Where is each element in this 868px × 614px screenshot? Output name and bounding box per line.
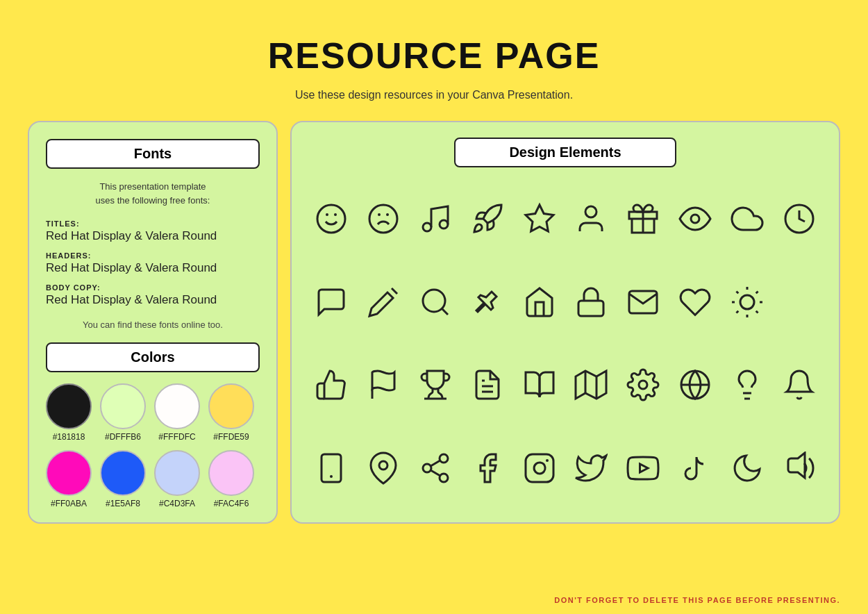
mail-icon (619, 278, 667, 326)
svg-point-40 (379, 461, 387, 470)
svg-point-42 (423, 464, 431, 472)
document-icon (463, 360, 512, 409)
page-title: RESOURCE PAGE (0, 0, 868, 76)
color-label-6: #1E5AF8 (106, 499, 140, 508)
twitter-icon (567, 444, 615, 492)
share-icon (411, 444, 460, 492)
chat-icon (307, 278, 356, 326)
page-subtitle: Use these design resources in your Canva… (0, 89, 868, 101)
color-swatch-1: #181818 (46, 383, 92, 442)
main-content: Fonts This presentation template uses th… (0, 108, 868, 536)
tiktok-icon (671, 444, 719, 492)
svg-point-15 (423, 290, 445, 312)
svg-point-6 (423, 223, 431, 231)
svg-line-45 (431, 460, 440, 466)
location-icon (359, 444, 408, 492)
color-circle-5 (46, 450, 92, 496)
font-entry-body: BODY COPY: Red Hat Display & Valera Roun… (46, 283, 260, 307)
home-icon (515, 278, 564, 326)
svg-point-33 (639, 381, 647, 389)
color-circle-2 (100, 383, 146, 429)
font-entry-titles: TITLES: Red Hat Display & Valera Round (46, 219, 260, 243)
design-elements-header: Design Elements (454, 138, 676, 167)
smile-icon (307, 194, 356, 243)
svg-line-16 (442, 308, 448, 315)
color-swatch-2: #DFFFB6 (100, 383, 146, 442)
font-value-titles: Red Hat Display & Valera Round (46, 229, 260, 243)
color-circle-6 (100, 450, 146, 496)
moon-icon (723, 444, 771, 492)
icons-row-4 (306, 444, 825, 492)
svg-line-25 (736, 310, 738, 313)
icons-grid (306, 180, 825, 507)
svg-rect-46 (526, 454, 553, 482)
facebook-icon (463, 444, 512, 492)
color-label-1: #181818 (53, 432, 85, 442)
sad-icon (359, 194, 408, 243)
heart-icon (671, 278, 719, 326)
svg-point-9 (585, 206, 596, 217)
phone-icon (307, 444, 356, 492)
svg-point-41 (440, 454, 448, 463)
svg-point-18 (740, 295, 754, 309)
eye-icon (671, 194, 719, 243)
svg-line-26 (756, 291, 758, 293)
color-swatch-6: #1E5AF8 (100, 450, 146, 508)
svg-marker-48 (640, 464, 649, 472)
bell-icon (775, 360, 824, 409)
globe-icon (671, 360, 719, 409)
color-circle-7 (154, 450, 200, 496)
svg-rect-17 (578, 301, 603, 316)
color-label-5: #FF0ABA (51, 499, 87, 508)
rocket-icon (463, 194, 512, 243)
lock-icon (567, 278, 615, 326)
color-label-8: #FAC4F6 (214, 499, 249, 508)
svg-line-14 (392, 288, 397, 294)
color-circle-1 (46, 383, 92, 429)
color-label-7: #C4D3FA (159, 499, 195, 508)
svg-point-0 (317, 205, 345, 233)
fonts-header: Fonts (46, 139, 260, 169)
pin-icon (463, 278, 512, 326)
icons-row-1 (306, 194, 825, 243)
svg-point-3 (369, 205, 397, 233)
color-swatch-8: #FAC4F6 (208, 450, 254, 508)
pencil-icon (359, 278, 408, 326)
svg-line-22 (756, 310, 758, 313)
color-swatch-7: #C4D3FA (154, 450, 200, 508)
svg-marker-30 (576, 371, 606, 399)
svg-line-44 (431, 470, 440, 476)
font-entry-headers: HEADERS: Red Hat Display & Valera Round (46, 251, 260, 275)
megaphone-icon (775, 444, 824, 492)
color-circle-4 (208, 383, 254, 429)
colors-header: Colors (46, 342, 260, 372)
font-value-body: Red Hat Display & Valera Round (46, 293, 260, 307)
svg-point-12 (691, 215, 699, 223)
icons-row-2 (306, 278, 825, 326)
color-label-2: #DFFFB6 (105, 432, 141, 442)
book-icon (515, 360, 564, 409)
left-panel: Fonts This presentation template uses th… (28, 121, 278, 524)
font-label-titles: TITLES: (46, 219, 260, 228)
footer-note: DON'T FORGET TO DELETE THIS PAGE BEFORE … (554, 596, 840, 604)
instagram-icon (515, 444, 564, 492)
svg-marker-8 (526, 205, 553, 231)
color-swatch-4: #FFDE59 (208, 383, 254, 442)
gift-icon (619, 194, 667, 243)
map-icon (567, 360, 615, 409)
youtube-icon (619, 444, 667, 492)
gear-icon (619, 360, 667, 409)
svg-point-43 (440, 474, 448, 482)
color-label-4: #FFDE59 (213, 432, 249, 442)
font-label-headers: HEADERS: (46, 251, 260, 260)
trophy-icon (411, 360, 460, 409)
color-circle-3 (154, 383, 200, 429)
search-icon (411, 278, 460, 326)
color-label-3: #FFFDFC (158, 432, 195, 442)
right-panel: Design Elements (290, 121, 840, 524)
person-icon (567, 194, 615, 243)
sun-icon (723, 278, 771, 326)
find-fonts-text: You can find these fonts online too. (46, 320, 260, 330)
svg-point-7 (440, 220, 448, 229)
thumbsup-icon (307, 360, 356, 409)
